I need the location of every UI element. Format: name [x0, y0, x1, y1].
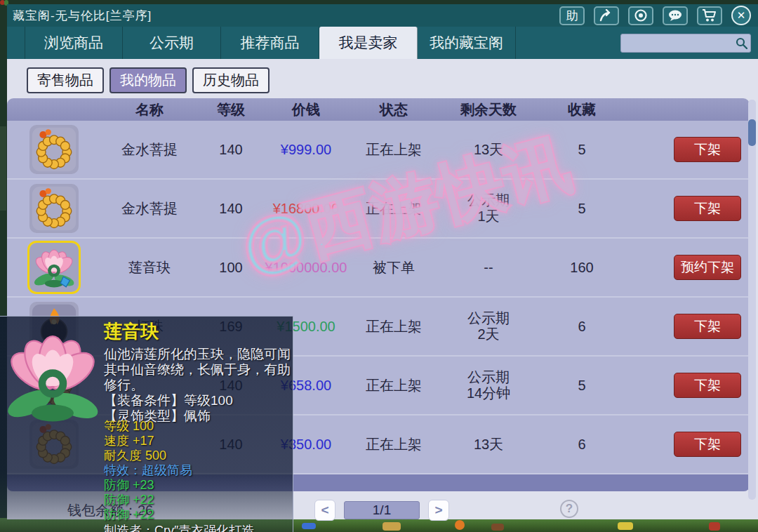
tab-my-treasure-pavilion[interactable]: 我的藏宝阁: [418, 27, 516, 59]
item-price: ¥16800.00: [263, 201, 349, 217]
take-down-button[interactable]: 下架: [674, 314, 741, 339]
item-remaining-days: 公示期 2天: [439, 310, 538, 343]
tab-browse-goods[interactable]: 浏览商品: [25, 27, 123, 59]
game-sprite: [618, 522, 633, 530]
game-sprite: [0, 126, 6, 211]
take-down-button[interactable]: 下架: [674, 196, 741, 221]
help-button[interactable]: 助: [559, 6, 585, 25]
item-status: 被下单: [349, 258, 439, 277]
item-name: 莲音玦: [100, 258, 199, 277]
tooltip-stat: 防御 +23: [104, 478, 291, 493]
item-status: 正在上架: [349, 376, 439, 395]
titlebar: 藏宝阁-无与伦比[兰亭序] 助 ✕: [7, 4, 758, 27]
take-down-button[interactable]: 下架: [674, 373, 741, 398]
table-header: 名称等级价钱状态剩余天数收藏: [7, 98, 750, 121]
tooltip-description: 仙池清莲所化的玉玦，隐隐可闻其中仙音缭绕，长佩于身，有助修行。: [104, 347, 291, 393]
item-remaining-days: 公示期 1天: [439, 192, 538, 225]
help-icon[interactable]: ?: [560, 500, 578, 518]
item-level: 140: [199, 201, 263, 217]
tooltip-stat: 等级 100: [104, 419, 291, 434]
item-favorites: 6: [538, 437, 625, 453]
item-remaining-days: --: [439, 260, 538, 276]
item-status: 正在上架: [349, 317, 439, 336]
tab-public-period[interactable]: 公示期: [123, 27, 221, 59]
game-sprite: [302, 523, 316, 529]
game-sprite: [709, 522, 720, 531]
tooltip-requirement: 【装备条件】等级100: [104, 393, 291, 408]
item-favorites: 5: [538, 142, 625, 158]
table-row[interactable]: 金水菩提 140 ¥999.00 正在上架 13天 5 下架: [7, 121, 750, 180]
take-down-button[interactable]: 预约下架: [674, 255, 741, 280]
item-favorites: 6: [538, 319, 625, 335]
gold-beads-icon[interactable]: [29, 184, 79, 233]
pagination: < 1/1 >: [314, 500, 449, 521]
record-icon[interactable]: [628, 6, 653, 25]
item-favorites: 5: [538, 378, 625, 394]
tooltip-text: 莲音玦 仙池清莲所化的玉玦，隐隐可闻其中仙音缭绕，长佩于身，有助修行。 【装备条…: [104, 319, 291, 424]
subtab-my-items[interactable]: 我的物品: [109, 67, 187, 93]
tooltip-item-name: 莲音玦: [104, 319, 291, 344]
magnifier-icon[interactable]: [736, 37, 747, 49]
tooltip-stat: 耐久度 500: [104, 448, 291, 463]
screen: 藏宝阁-无与伦比[兰亭序] 助 ✕ 浏览商品公示期推荐商品我是卖: [0, 0, 758, 532]
column-header: 等级: [199, 100, 263, 119]
tooltip-maker: 制造者：Cry″青衣强化打造: [104, 524, 291, 532]
item-status: 正在上架: [349, 199, 439, 218]
take-down-button[interactable]: 下架: [674, 432, 741, 457]
table-row[interactable]: 金水菩提 140 ¥16800.00 正在上架 公示期 1天 5 下架: [7, 180, 750, 239]
close-icon[interactable]: ✕: [731, 6, 751, 25]
item-level: 100: [199, 260, 263, 276]
table-row[interactable]: 莲音玦 100 ¥1000000.00 被下单 -- 160 预约下架: [7, 239, 750, 298]
next-page-button[interactable]: >: [428, 500, 449, 521]
item-favorites: 160: [538, 260, 625, 276]
item-price: ¥999.00: [263, 142, 349, 158]
tooltip-stat: 速度 +17: [104, 434, 291, 448]
item-remaining-days: 13天: [439, 437, 538, 453]
prev-page-button[interactable]: <: [314, 500, 335, 521]
lotus-icon[interactable]: [29, 243, 79, 292]
search-input[interactable]: [620, 34, 751, 53]
subtabs: 寄售物品我的物品历史物品: [27, 67, 270, 93]
column-header: 剩余天数: [439, 100, 538, 119]
take-down-button[interactable]: 下架: [674, 137, 741, 162]
game-sprite: [491, 524, 504, 531]
page-indicator: 1/1: [344, 501, 420, 519]
item-name: 金水菩提: [100, 199, 199, 218]
game-sprite: [455, 520, 465, 530]
subtab-consigned-items[interactable]: 寄售物品: [27, 67, 104, 93]
item-status: 正在上架: [349, 140, 439, 159]
tooltip-stat: 防御 +22: [104, 507, 291, 522]
titlebar-buttons: 助 ✕: [559, 6, 758, 25]
item-remaining-days: 13天: [439, 142, 538, 158]
item-favorites: 5: [538, 201, 625, 217]
item-level: 140: [199, 142, 263, 158]
tabbar: 浏览商品公示期推荐商品我是卖家我的藏宝阁: [7, 27, 758, 59]
scrollbar-thumb[interactable]: [748, 119, 756, 146]
tab-i-am-seller[interactable]: 我是卖家: [319, 27, 418, 59]
subtab-history-items[interactable]: 历史物品: [192, 67, 270, 93]
item-tooltip: 莲音玦 仙池清莲所化的玉玦，隐隐可闻其中仙音缭绕，长佩于身，有助修行。 【装备条…: [0, 316, 293, 532]
column-header: 状态: [349, 100, 439, 119]
gold-beads-icon[interactable]: [29, 125, 79, 174]
column-header: 收藏: [538, 100, 625, 119]
item-price: ¥1000000.00: [263, 260, 349, 276]
column-header: 名称: [100, 100, 199, 119]
column-header: 价钱: [263, 100, 349, 119]
share-icon[interactable]: [594, 6, 619, 25]
cart-icon[interactable]: [697, 6, 722, 25]
tooltip-stats: 等级 100速度 +17耐久度 500特效：超级简易防御 +23防御 +22防御…: [104, 419, 291, 532]
item-name: 金水菩提: [100, 140, 199, 159]
window-title: 藏宝阁-无与伦比[兰亭序]: [7, 8, 152, 24]
item-remaining-days: 公示期 14分钟: [439, 369, 538, 401]
searchbox: [620, 34, 751, 53]
tooltip-stat: 特效：超级简易: [104, 463, 291, 478]
item-status: 正在上架: [349, 435, 439, 454]
game-sprite: [383, 522, 401, 531]
lotus-icon: [0, 321, 105, 432]
tabs: 浏览商品公示期推荐商品我是卖家我的藏宝阁: [7, 27, 516, 59]
tab-recommended-goods[interactable]: 推荐商品: [221, 27, 319, 59]
tooltip-stat: 防御 +22: [104, 493, 291, 507]
scrollbar-track[interactable]: [748, 100, 756, 500]
chat-icon[interactable]: [663, 6, 688, 25]
